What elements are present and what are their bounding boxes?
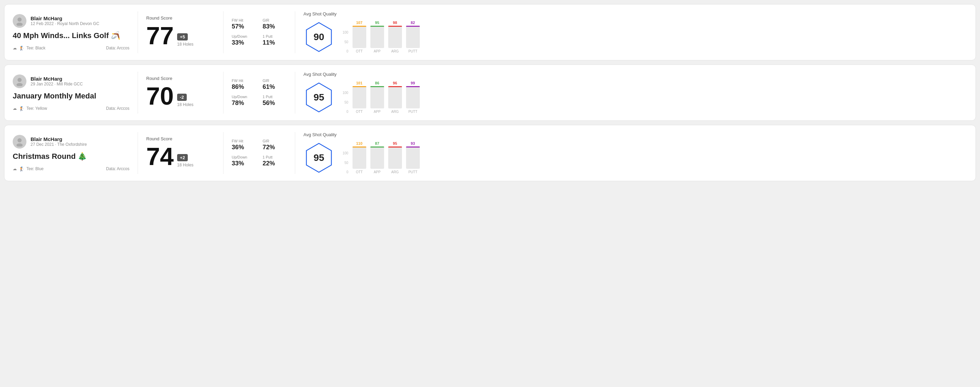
score-label: Round Score [146,76,215,81]
gir-label: GIR [262,79,286,82]
quality-score: 95 [313,92,324,103]
bag-icon: 🏌 [19,46,24,51]
gir-value: 72% [262,144,286,151]
user-row: Blair McHarg 27 Dec 2021 · The Oxfordshi… [13,135,129,149]
score-modifier: +5 [177,33,188,40]
score-modifier: -2 [177,94,187,101]
user-date-course: 27 Dec 2021 · The Oxfordshire [30,142,87,147]
y-axis: 100 50 0 [342,152,348,174]
data-source: Data: Arccos [106,106,129,111]
gir-value: 61% [262,83,286,90]
bar-bg-putt [406,146,420,169]
card-left-section: Blair McHarg 29 Jan 2022 · Mill Ride GCC… [13,75,129,111]
divider-3 [295,11,295,53]
hexagon: 95 [304,82,334,113]
score-row: 74 +2 18 Holes [146,144,215,169]
bar-line-arg [388,86,402,87]
bar-x-label-app: APP [374,110,381,114]
bar-value-arg: 98 [393,21,397,25]
oneputt-label: 1 Putt [262,155,286,159]
chart-with-y: 100 50 0 101 OTT 86 [342,81,420,114]
bar-line-app [371,146,384,148]
score-modifier: +2 [177,154,188,161]
chart-with-y: 100 50 0 107 OTT 95 [342,21,420,53]
person-icon [15,76,24,86]
quality-inner: Avg Shot Quality 95 100 50 [304,132,420,174]
stats-grid: FW Hit 36% GIR 72% Up/Down 33% 1 Putt 22… [232,139,286,167]
score-section: Round Score 77 +5 18 Holes [146,16,215,49]
bar-line-ott [353,146,366,148]
divider-1 [138,11,138,53]
bar-line-ott [353,86,366,87]
bar-value-app: 86 [375,81,379,85]
hexagon-container: 90 [304,22,334,52]
tee-info: ☁ 🏌 Tee: Black [13,46,45,51]
holes-label: 18 Holes [177,102,193,107]
bar-bg-ott [353,26,366,48]
bar-value-app: 87 [375,141,379,146]
bar-value-putt: 82 [411,21,415,25]
fw-hit-value: 86% [232,83,256,90]
round-card-3: Blair McHarg 27 Dec 2021 · The Oxfordshi… [4,125,976,181]
svg-point-6 [18,138,22,143]
score-number: 74 [146,144,174,169]
bar-value-putt: 99 [411,81,415,85]
divider-1 [138,72,138,114]
score-label: Round Score [146,136,215,141]
divider-3 [295,72,295,114]
svg-point-0 [18,17,22,22]
oneputt-value: 56% [262,100,286,107]
fw-hit-value: 36% [232,144,256,151]
stat-oneputt: 1 Putt 22% [262,155,286,167]
bar-x-label-ott: OTT [356,170,363,174]
bar-col-putt: 99 PUTT [406,81,420,114]
bar-line-putt [406,86,420,87]
bar-value-putt: 93 [411,141,415,146]
avatar [13,75,26,88]
holes-label: 18 Holes [177,163,193,167]
quality-score: 90 [313,32,324,43]
divider-1 [138,132,138,174]
bar-bg-app [371,146,384,169]
quality-score: 95 [313,152,324,163]
quality-section: Avg Shot Quality 95 100 50 [304,72,967,114]
stat-updown: Up/Down 33% [232,34,256,46]
bar-line-app [371,26,384,27]
bar-col-arg: 98 ARG [388,21,402,53]
tee-row: ☁ 🏌 Tee: Black Data: Arccos [13,46,129,51]
quality-label: Avg Shot Quality [304,11,420,16]
bar-value-ott: 107 [356,21,363,25]
bar-bg-app [371,86,384,108]
user-name: Blair McHarg [30,76,83,82]
bag-icon: 🏌 [19,167,24,171]
updown-label: Up/Down [232,34,256,38]
hexagon: 95 [304,143,334,173]
stat-gir: GIR 83% [262,18,286,30]
stat-gir: GIR 61% [262,79,286,90]
svg-point-1 [16,23,23,26]
user-date-course: 29 Jan 2022 · Mill Ride GCC [30,82,83,86]
oneputt-label: 1 Putt [262,95,286,99]
fw-hit-label: FW Hit [232,79,256,82]
round-title: January Monthly Medal [13,92,129,100]
score-row: 77 +5 18 Holes [146,23,215,48]
bar-bg-arg [388,86,402,108]
updown-value: 78% [232,100,256,107]
bar-x-label-putt: PUTT [409,49,417,53]
score-number: 70 [146,84,174,108]
updown-value: 33% [232,160,256,167]
user-date-course: 12 Feb 2022 · Royal North Devon GC [30,21,99,26]
round-card-2: Blair McHarg 29 Jan 2022 · Mill Ride GCC… [4,65,976,121]
holes-label: 18 Holes [177,42,193,47]
oneputt-value: 11% [262,39,286,46]
stats-section: FW Hit 86% GIR 61% Up/Down 78% 1 Putt 56… [232,79,286,107]
divider-3 [295,132,295,174]
bar-x-label-app: APP [374,49,381,53]
person-icon [15,137,24,146]
score-badge-col: -2 18 Holes [177,94,193,107]
avatar [13,14,26,28]
bar-line-app [371,86,384,87]
bar-x-label-arg: ARG [391,170,399,174]
stats-section: FW Hit 57% GIR 83% Up/Down 33% 1 Putt 11… [232,18,286,46]
bar-line-putt [406,26,420,27]
